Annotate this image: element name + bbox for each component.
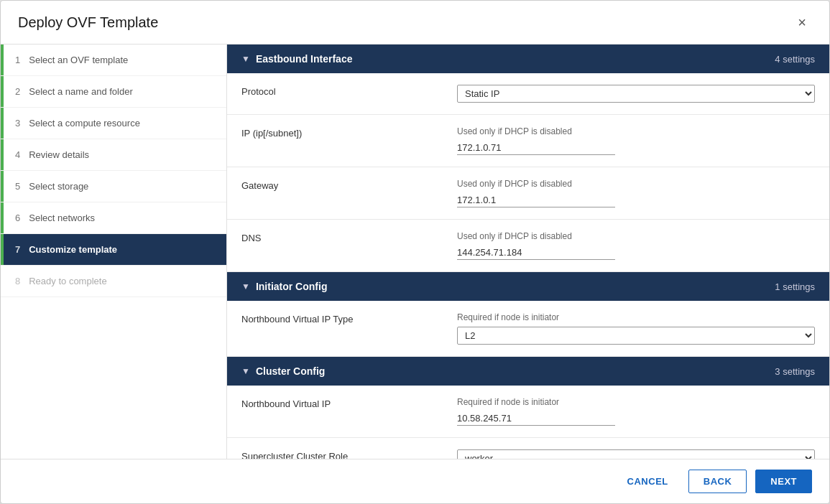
row-value-eastbound-2: Used only if DHCP is disabled (457, 179, 815, 207)
step-number-6: 6 (15, 213, 20, 223)
row-input-cluster-0[interactable] (457, 411, 615, 426)
row-value-cluster-1: workermaster (457, 449, 815, 459)
row-select-cluster-1[interactable]: workermaster (457, 449, 815, 459)
section-title-cluster: Cluster Config (256, 365, 775, 377)
sidebar-item-6[interactable]: 6 Select networks (1, 202, 226, 234)
section-row-initiator-0: Northbound Virtual IP TypeRequired if no… (227, 301, 829, 357)
section-title-initiator: Initiator Config (256, 281, 775, 292)
close-button[interactable]: × (792, 12, 812, 32)
row-label-cluster-0: Northbound Virtual IP (241, 397, 457, 409)
main-content: ▼ Eastbound Interface 4 settings Protoco… (227, 45, 829, 459)
sidebar-item-8[interactable]: 8 Ready to complete (1, 266, 226, 297)
section-row-eastbound-0: ProtocolStatic IPDHCP (227, 73, 829, 115)
section-count-cluster: 3 settings (775, 366, 815, 377)
row-select-eastbound-0[interactable]: Static IPDHCP (457, 85, 815, 103)
section-count-eastbound: 4 settings (775, 54, 815, 65)
row-value-eastbound-3: Used only if DHCP is disabled (457, 231, 815, 260)
step-number-5: 5 (15, 181, 20, 192)
step-label-2: Select a name and folder (29, 86, 133, 97)
back-button[interactable]: BACK (688, 470, 747, 493)
deploy-ovf-dialog: Deploy OVF Template × 1 Select an OVF te… (0, 0, 830, 504)
cancel-button[interactable]: CANCEL (616, 470, 680, 493)
sidebar-item-2[interactable]: 2 Select a name and folder (1, 76, 226, 108)
row-label-cluster-1: Supercluster Cluster Role (241, 449, 457, 459)
step-label-1: Select an OVF template (29, 55, 128, 65)
row-value-eastbound-0: Static IPDHCP (457, 85, 815, 103)
section-row-eastbound-1: IP (ip[/subnet])Used only if DHCP is dis… (227, 115, 829, 167)
sidebar-item-1[interactable]: 1 Select an OVF template (1, 45, 226, 76)
row-hint-eastbound-3: Used only if DHCP is disabled (457, 231, 815, 241)
step-number-1: 1 (15, 55, 20, 65)
dialog-body: 1 Select an OVF template 2 Select a name… (1, 45, 829, 459)
step-number-3: 3 (15, 118, 20, 129)
dialog-header: Deploy OVF Template × (1, 1, 829, 45)
section-row-eastbound-2: GatewayUsed only if DHCP is disabled (227, 167, 829, 220)
step-label-7: Customize template (29, 244, 117, 255)
section-row-cluster-0: Northbound Virtual IPRequired if node is… (227, 386, 829, 438)
chevron-icon-eastbound: ▼ (241, 54, 250, 64)
row-input-eastbound-3[interactable] (457, 246, 615, 260)
row-label-eastbound-0: Protocol (241, 85, 457, 97)
section-title-eastbound: Eastbound Interface (256, 53, 775, 65)
step-number-7: 7 (15, 244, 20, 255)
sidebar-item-3[interactable]: 3 Select a compute resource (1, 108, 226, 139)
step-label-4: Review details (29, 149, 89, 160)
dialog-footer: CANCEL BACK NEXT (1, 459, 829, 503)
step-label-6: Select networks (29, 213, 95, 223)
content-area: ▼ Eastbound Interface 4 settings Protoco… (227, 45, 829, 459)
section-row-cluster-1: Supercluster Cluster Roleworkermaster (227, 438, 829, 459)
step-number-4: 4 (15, 149, 20, 160)
step-label-3: Select a compute resource (29, 118, 140, 129)
dialog-title: Deploy OVF Template (18, 14, 158, 31)
row-value-eastbound-1: Used only if DHCP is disabled (457, 126, 815, 155)
row-input-eastbound-2[interactable] (457, 193, 615, 207)
row-label-initiator-0: Northbound Virtual IP Type (241, 312, 457, 325)
sidebar-item-7[interactable]: 7 Customize template (1, 234, 226, 266)
row-select-initiator-0[interactable]: L2L3 (457, 327, 815, 345)
step-label-5: Select storage (29, 181, 88, 192)
row-value-cluster-0: Required if node is initiator (457, 397, 815, 426)
sidebar-item-5[interactable]: 5 Select storage (1, 171, 226, 202)
row-hint-initiator-0: Required if node is initiator (457, 312, 815, 322)
row-hint-cluster-0: Required if node is initiator (457, 397, 815, 407)
section-header-eastbound[interactable]: ▼ Eastbound Interface 4 settings (227, 45, 829, 73)
section-row-eastbound-3: DNSUsed only if DHCP is disabled (227, 220, 829, 272)
row-value-initiator-0: Required if node is initiatorL2L3 (457, 312, 815, 345)
sidebar-item-4[interactable]: 4 Review details (1, 139, 226, 171)
row-hint-eastbound-1: Used only if DHCP is disabled (457, 126, 815, 136)
chevron-icon-initiator: ▼ (241, 281, 250, 291)
row-label-eastbound-3: DNS (241, 231, 457, 243)
section-header-initiator[interactable]: ▼ Initiator Config 1 settings (227, 272, 829, 301)
row-input-eastbound-1[interactable] (457, 141, 615, 155)
section-header-cluster[interactable]: ▼ Cluster Config 3 settings (227, 357, 829, 386)
chevron-icon-cluster: ▼ (241, 366, 250, 376)
step-label-8: Ready to complete (29, 276, 106, 286)
next-button[interactable]: NEXT (755, 470, 812, 493)
row-label-eastbound-1: IP (ip[/subnet]) (241, 126, 457, 139)
section-count-initiator: 1 settings (775, 281, 815, 292)
step-number-8: 8 (15, 276, 20, 286)
step-number-2: 2 (15, 86, 20, 97)
sidebar: 1 Select an OVF template 2 Select a name… (1, 45, 227, 459)
row-hint-eastbound-2: Used only if DHCP is disabled (457, 179, 815, 189)
row-label-eastbound-2: Gateway (241, 179, 457, 191)
